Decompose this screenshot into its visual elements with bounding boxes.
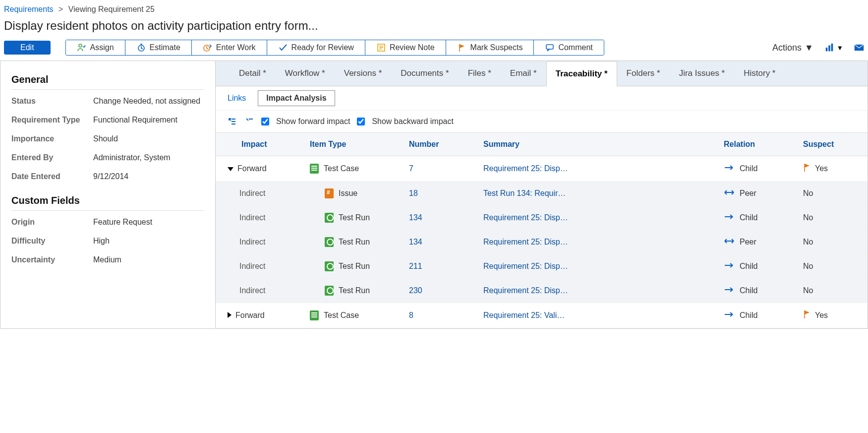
item-summary-link[interactable]: Test Run 134: Requir… <box>483 189 566 197</box>
cell-summary: Requirement 25: Disp… <box>478 230 719 254</box>
column-header-impact[interactable]: Impact <box>216 133 305 156</box>
toolbar-right: Actions ▼ ▼ <box>772 43 864 53</box>
table-row[interactable]: IndirectTest Run134Requirement 25: Disp…… <box>216 206 868 230</box>
expand-toggle-icon[interactable] <box>228 167 233 171</box>
table-row[interactable]: IndirectTest Run230Requirement 25: Disp…… <box>216 279 868 303</box>
table-row[interactable]: IndirectTest Run211Requirement 25: Disp…… <box>216 254 868 279</box>
item-summary-link[interactable]: Requirement 25: Disp… <box>483 213 568 222</box>
cell-relation: Child <box>719 156 798 182</box>
table-row[interactable]: ForwardTest Case8Requirement 25: Vali…Ch… <box>216 303 868 328</box>
cell-impact: Forward <box>216 156 305 182</box>
item-number-link[interactable]: 134 <box>409 213 422 222</box>
tab-files[interactable]: Files * <box>459 61 501 86</box>
expand-toggle-icon[interactable] <box>228 312 231 318</box>
svg-rect-9 <box>231 119 235 120</box>
custom-fields-heading: Custom Fields <box>11 195 204 211</box>
item-summary-link[interactable]: Requirement 25: Disp… <box>483 238 568 246</box>
item-number-link[interactable]: 18 <box>409 189 418 197</box>
cell-suspect: No <box>798 254 868 279</box>
actions-dropdown[interactable]: Actions ▼ <box>772 43 813 53</box>
column-header-relation[interactable]: Relation <box>719 133 798 156</box>
tab-detail[interactable]: Detail * <box>230 61 276 86</box>
cell-relation: Child <box>719 206 798 230</box>
comment-button[interactable]: Comment <box>533 40 603 55</box>
item-number-link[interactable]: 134 <box>409 238 422 246</box>
assign-button[interactable]: Assign <box>66 40 125 55</box>
stopwatch-icon <box>136 43 146 53</box>
edit-button[interactable]: Edit <box>4 41 51 55</box>
subtab-links[interactable]: Links <box>228 94 246 103</box>
cell-relation: Child <box>719 254 798 279</box>
column-header-suspect[interactable]: Suspect <box>798 133 868 156</box>
svg-rect-5 <box>826 48 828 51</box>
general-field-row: Requirement TypeFunctional Requirement <box>11 116 204 124</box>
item-number-link[interactable]: 211 <box>409 262 422 270</box>
tab-folders[interactable]: Folders * <box>617 61 670 86</box>
general-field-value: Change Needed, not assigned <box>93 97 204 106</box>
page-title: Display resident photos on activity part… <box>0 17 868 40</box>
relation-arrow-icon <box>724 238 735 247</box>
item-number-link[interactable]: 8 <box>409 311 413 319</box>
tab-documents[interactable]: Documents * <box>391 61 458 86</box>
column-header-number[interactable]: Number <box>404 133 478 156</box>
show-backward-checkbox[interactable] <box>357 118 365 125</box>
custom-field-label: Uncertainty <box>11 255 93 264</box>
cell-item-type: Test Case <box>305 303 404 328</box>
cell-number: 8 <box>404 303 478 328</box>
column-header-item-type[interactable]: Item Type <box>305 133 404 156</box>
tab-jira-issues[interactable]: Jira Issues * <box>670 61 735 86</box>
column-header-summary[interactable]: Summary <box>478 133 719 156</box>
cell-item-type: Test Run <box>305 206 404 230</box>
assign-label: Assign <box>90 43 114 52</box>
test-case-icon <box>310 310 319 320</box>
suspect-flag-icon <box>803 310 811 321</box>
svg-point-0 <box>79 44 82 47</box>
ready-label: Ready for Review <box>291 43 354 52</box>
show-forward-checkbox[interactable] <box>261 118 269 125</box>
envelope-icon <box>854 43 864 53</box>
chevron-down-icon: ▼ <box>805 43 813 53</box>
ready-for-review-button[interactable]: Ready for Review <box>267 40 365 55</box>
table-row[interactable]: ForwardTest Case7Requirement 25: Disp…Ch… <box>216 156 868 182</box>
tab-email[interactable]: Email * <box>501 61 546 86</box>
chart-dropdown[interactable]: ▼ <box>824 43 843 53</box>
cell-summary: Requirement 25: Vali… <box>478 303 719 328</box>
general-field-label: Requirement Type <box>11 116 93 124</box>
breadcrumb-root-link[interactable]: Requirements <box>4 5 54 13</box>
subtab-impact-analysis[interactable]: Impact Analysis <box>258 90 335 106</box>
item-number-link[interactable]: 7 <box>409 164 413 173</box>
item-summary-link[interactable]: Requirement 25: Disp… <box>483 164 568 173</box>
table-row[interactable]: IndirectIssue18Test Run 134: Requir…Peer… <box>216 182 868 206</box>
item-summary-link[interactable]: Requirement 25: Vali… <box>483 311 565 319</box>
estimate-button[interactable]: Estimate <box>125 40 191 55</box>
item-summary-link[interactable]: Requirement 25: Disp… <box>483 262 568 270</box>
item-number-link[interactable]: 230 <box>409 286 422 295</box>
collapse-all-icon[interactable] <box>244 117 254 126</box>
custom-field-value: Medium <box>93 255 204 264</box>
tab-traceability[interactable]: Traceability * <box>546 61 617 86</box>
show-backward-label: Show backward impact <box>372 117 454 126</box>
table-row[interactable]: IndirectTest Run134Requirement 25: Disp…… <box>216 230 868 254</box>
enter-work-button[interactable]: Enter Work <box>191 40 267 55</box>
chevron-down-icon: ▼ <box>837 44 843 52</box>
tab-history[interactable]: History * <box>734 61 785 86</box>
email-button[interactable] <box>854 43 864 53</box>
general-field-row: StatusChange Needed, not assigned <box>11 97 204 106</box>
item-summary-link[interactable]: Requirement 25: Disp… <box>483 286 568 295</box>
tab-versions[interactable]: Versions * <box>335 61 392 86</box>
mark-suspects-button[interactable]: Mark Suspects <box>446 40 534 55</box>
relation-arrow-icon <box>724 262 735 271</box>
cell-summary: Requirement 25: Disp… <box>478 206 719 230</box>
general-field-label: Status <box>11 97 93 106</box>
general-field-row: Date Entered9/12/2014 <box>11 172 204 181</box>
cell-item-type: Test Run <box>305 279 404 303</box>
review-note-button[interactable]: Review Note <box>365 40 446 55</box>
expand-all-icon[interactable] <box>228 117 237 126</box>
general-field-label: Importance <box>11 134 93 143</box>
test-run-icon <box>325 286 334 296</box>
tab-workflow[interactable]: Workflow * <box>276 61 335 86</box>
cell-number: 134 <box>404 230 478 254</box>
cell-summary: Requirement 25: Disp… <box>478 279 719 303</box>
details-sidebar: General StatusChange Needed, not assigne… <box>0 61 216 329</box>
actions-label: Actions <box>772 43 802 53</box>
